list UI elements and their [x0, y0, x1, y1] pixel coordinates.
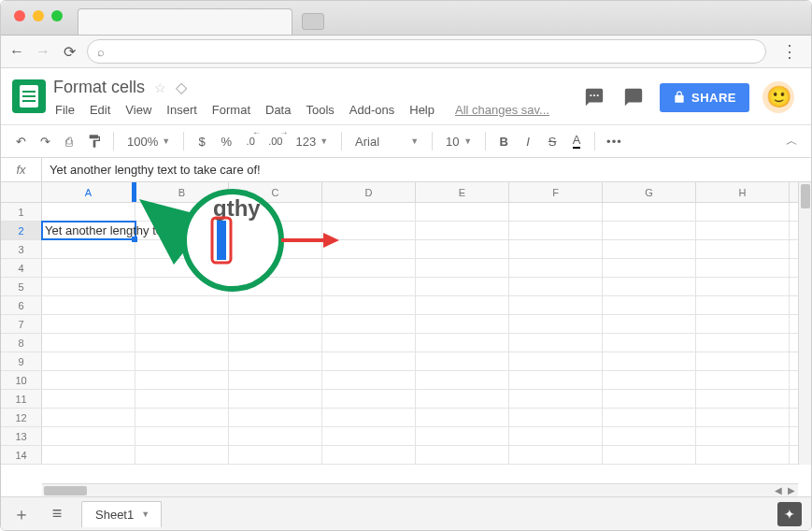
cell[interactable] — [322, 278, 416, 295]
cell[interactable] — [229, 352, 322, 370]
maximize-window-icon[interactable] — [51, 10, 63, 22]
font-family-dropdown[interactable]: Arial▼ — [349, 129, 424, 153]
cell[interactable] — [42, 296, 135, 314]
column-header-b[interactable]: B — [135, 182, 229, 202]
cell[interactable] — [135, 409, 229, 426]
cell[interactable] — [416, 334, 509, 352]
cell[interactable] — [229, 315, 322, 333]
browser-tab[interactable] — [78, 8, 292, 35]
cell[interactable] — [416, 315, 509, 333]
cell[interactable] — [229, 296, 322, 314]
cell[interactable] — [229, 446, 322, 464]
new-tab-button[interactable] — [302, 13, 324, 30]
browser-menu-icon[interactable]: ⋮ — [776, 41, 804, 62]
row-header[interactable]: 4 — [1, 259, 42, 277]
row-header[interactable]: 13 — [1, 427, 42, 445]
cell[interactable] — [322, 352, 416, 370]
increase-decimal-button[interactable]: .00→ — [264, 129, 286, 153]
row-header[interactable]: 11 — [1, 390, 42, 408]
cell[interactable] — [509, 371, 603, 389]
column-header-h[interactable]: H — [696, 182, 790, 202]
cell[interactable] — [322, 203, 416, 221]
row-header[interactable]: 12 — [1, 409, 42, 426]
add-sheet-button[interactable]: ＋ — [10, 503, 33, 525]
row-header[interactable]: 3 — [1, 240, 42, 258]
cell[interactable] — [135, 352, 229, 370]
paint-format-button[interactable] — [83, 129, 106, 153]
address-bar[interactable]: ⌕ — [87, 39, 766, 64]
cell[interactable] — [603, 352, 696, 370]
cell[interactable] — [696, 222, 790, 239]
cell[interactable] — [509, 409, 603, 426]
row-header[interactable]: 2 — [1, 222, 42, 239]
cell[interactable] — [696, 352, 790, 370]
scroll-right-icon[interactable]: ▶ — [785, 485, 798, 495]
cell[interactable] — [416, 390, 509, 408]
cell[interactable] — [416, 240, 509, 258]
cell[interactable] — [135, 259, 229, 277]
cell[interactable] — [603, 278, 696, 295]
cell[interactable] — [696, 203, 790, 221]
column-header-a[interactable]: A — [42, 182, 135, 202]
cell[interactable] — [322, 390, 416, 408]
select-all-corner[interactable] — [1, 182, 42, 202]
cell[interactable] — [416, 427, 509, 445]
cell[interactable] — [229, 371, 322, 389]
cell[interactable] — [696, 296, 790, 314]
cell[interactable] — [229, 259, 322, 277]
save-status[interactable]: All changes sav... — [455, 103, 549, 117]
row-header[interactable]: 5 — [1, 278, 42, 295]
row-header[interactable]: 10 — [1, 371, 42, 389]
cell[interactable] — [135, 334, 229, 352]
cell[interactable] — [696, 390, 790, 408]
cell[interactable] — [135, 315, 229, 333]
cell[interactable] — [696, 315, 790, 333]
percent-button[interactable]: % — [216, 129, 236, 153]
text-color-button[interactable]: A — [566, 129, 587, 153]
back-icon[interactable]: ← — [8, 43, 25, 60]
minimize-window-icon[interactable] — [33, 10, 44, 22]
fill-handle[interactable] — [132, 237, 137, 242]
cell[interactable] — [696, 446, 790, 464]
more-button[interactable]: ••• — [603, 129, 626, 153]
cell[interactable] — [322, 334, 416, 352]
cell[interactable] — [603, 427, 696, 445]
cell[interactable] — [322, 427, 416, 445]
cell[interactable] — [42, 446, 135, 464]
cell[interactable] — [42, 371, 135, 389]
cell[interactable] — [603, 371, 696, 389]
cell[interactable] — [416, 203, 509, 221]
cell[interactable] — [229, 409, 322, 426]
cell[interactable] — [229, 390, 322, 408]
cell[interactable] — [603, 390, 696, 408]
bold-button[interactable]: B — [493, 129, 514, 153]
cell[interactable] — [135, 240, 229, 258]
menu-data[interactable]: Data — [265, 103, 291, 117]
fx-label[interactable]: fx — [1, 158, 42, 181]
menu-insert[interactable]: Insert — [166, 103, 197, 117]
cell[interactable] — [696, 259, 790, 277]
cell[interactable] — [42, 427, 135, 445]
print-button[interactable]: ⎙ — [59, 129, 79, 153]
cell[interactable] — [696, 409, 790, 426]
menu-file[interactable]: File — [55, 103, 75, 117]
cell[interactable] — [135, 427, 229, 445]
cell[interactable] — [509, 427, 603, 445]
cell[interactable] — [135, 296, 229, 314]
explore-button[interactable]: ✦ — [777, 502, 802, 526]
cell[interactable] — [322, 296, 416, 314]
italic-button[interactable]: I — [518, 129, 538, 153]
cell[interactable] — [696, 371, 790, 389]
cell[interactable] — [416, 222, 509, 239]
cell[interactable] — [42, 409, 135, 426]
cell[interactable] — [416, 278, 509, 295]
cell[interactable] — [603, 446, 696, 464]
sheet-tab[interactable]: Sheet1 ▼ — [81, 501, 162, 527]
cell[interactable] — [416, 296, 509, 314]
close-window-icon[interactable] — [14, 10, 25, 22]
vertical-scrollbar[interactable] — [798, 182, 811, 465]
share-button[interactable]: SHARE — [660, 83, 749, 112]
menu-edit[interactable]: Edit — [90, 103, 110, 117]
cell[interactable] — [603, 334, 696, 352]
cell[interactable] — [416, 371, 509, 389]
